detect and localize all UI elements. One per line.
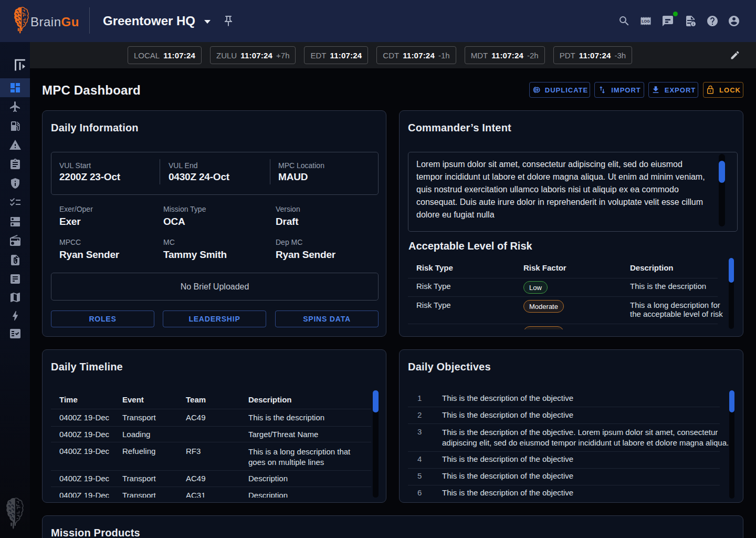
svg-text:LOG: LOG [642,19,650,24]
